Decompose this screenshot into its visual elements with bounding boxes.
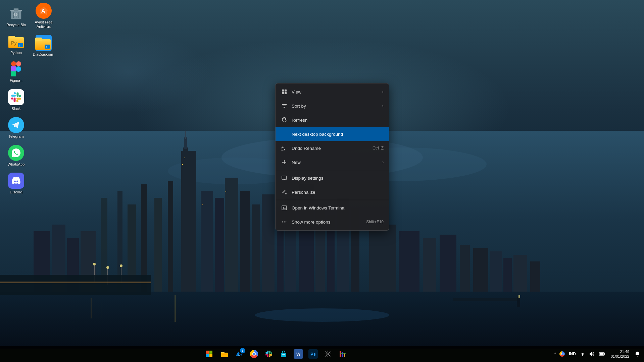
recycle-bin-label: Recycle Bin: [6, 23, 26, 27]
desktop-icon-telegram[interactable]: Telegram: [3, 114, 30, 141]
desktop-icon-dianisa-wrapper: ↑ Dianisa.com: [30, 32, 56, 60]
svg-rect-89: [35, 38, 42, 41]
svg-rect-118: [599, 353, 603, 355]
personalize-label: Personalize: [292, 190, 384, 195]
taskbar-settings[interactable]: [321, 347, 335, 361]
show-more-label: Show more options: [292, 220, 359, 225]
desktop-icon-slack[interactable]: Slack: [3, 86, 30, 114]
taskbar-store[interactable]: [277, 347, 290, 361]
word-icon: W: [294, 349, 303, 359]
sort-by-label: Sort by: [292, 104, 380, 109]
context-menu-item-sort-by[interactable]: Sort by ›: [276, 99, 389, 113]
svg-rect-59: [91, 298, 92, 318]
desktop-icon-avast[interactable]: A Avast Free Antivirus: [30, 0, 57, 32]
svg-point-104: [284, 222, 285, 223]
language-indicator[interactable]: IND: [567, 352, 577, 356]
show-more-icon: [281, 219, 288, 225]
refresh-label: Refresh: [292, 118, 384, 123]
whatsapp-label: WhatsApp: [8, 162, 25, 167]
desktop-icon-dianisa[interactable]: ↑ Dianisa.com: [30, 32, 56, 59]
svg-point-103: [282, 222, 283, 223]
taskbar-system-tray: ^ IND: [551, 349, 644, 359]
view-arrow: ›: [382, 89, 384, 94]
svg-text:♻: ♻: [13, 12, 18, 17]
svg-rect-101: [282, 206, 287, 210]
desktop-icon-python[interactable]: Py ↑ Python: [3, 31, 30, 58]
svg-rect-109: [281, 353, 286, 357]
battery-icon[interactable]: [597, 350, 607, 358]
taskbar-word[interactable]: W: [292, 347, 305, 361]
taskbar-file-explorer[interactable]: [218, 347, 231, 361]
svg-rect-14: [185, 131, 186, 139]
svg-point-52: [120, 264, 122, 267]
svg-rect-20: [262, 194, 275, 292]
undo-rename-label: Undo Rename: [292, 146, 366, 151]
svg-point-79: [16, 66, 21, 72]
whatsapp-icon: [8, 145, 24, 161]
svg-rect-17: [225, 178, 238, 292]
svg-rect-42: [182, 164, 183, 165]
undo-rename-shortcut: Ctrl+Z: [373, 146, 384, 150]
context-menu-item-undo-rename[interactable]: Undo Rename Ctrl+Z: [276, 141, 389, 155]
svg-rect-64: [14, 8, 18, 10]
svg-rect-78: [11, 71, 16, 76]
context-menu-item-new[interactable]: New ›: [276, 155, 389, 169]
new-icon: [281, 159, 288, 166]
desktop-icon-whatsapp[interactable]: WhatsApp: [3, 142, 30, 169]
recycle-bin-icon: ♻: [8, 5, 24, 21]
svg-point-105: [286, 222, 287, 223]
svg-rect-10: [168, 181, 173, 292]
telegram-label: Telegram: [8, 134, 23, 139]
svg-rect-28: [369, 225, 396, 292]
azure-badge: 3: [240, 348, 245, 353]
svg-rect-75: [11, 61, 16, 66]
svg-rect-95: [285, 92, 287, 94]
show-more-shortcut: Shift+F10: [366, 220, 384, 224]
volume-icon[interactable]: [588, 350, 596, 358]
svg-rect-60: [101, 302, 101, 318]
wifi-icon[interactable]: [579, 350, 587, 358]
svg-rect-18: [240, 191, 250, 292]
taskbar-slack[interactable]: [262, 347, 276, 361]
svg-text:Py: Py: [11, 40, 17, 46]
svg-text:↑: ↑: [46, 45, 47, 49]
taskbar-datetime[interactable]: 21:49 01/01/2022: [608, 349, 632, 359]
context-menu-item-view[interactable]: View ›: [276, 85, 389, 99]
context-menu-item-personalize[interactable]: Personalize: [276, 185, 389, 199]
chrome-tray-icon[interactable]: [558, 350, 566, 358]
python-label: Python: [10, 51, 22, 55]
undo-icon: [281, 145, 288, 152]
svg-rect-108: [221, 353, 228, 357]
desktop-icon-figma[interactable]: Figma -: [3, 58, 30, 85]
avast-icon: A: [36, 3, 52, 19]
svg-rect-54: [0, 282, 151, 283]
svg-text:A: A: [41, 8, 45, 14]
svg-rect-15: [201, 191, 213, 292]
context-menu-item-next-background[interactable]: Next desktop background: [276, 127, 389, 141]
desktop-icon-discord[interactable]: Discord: [3, 170, 30, 197]
taskbar-chrome[interactable]: [247, 347, 261, 361]
svg-rect-110: [282, 354, 285, 355]
svg-rect-37: [530, 261, 540, 292]
desktop-icon-recycle-bin[interactable]: ♻ Recycle Bin: [3, 3, 30, 30]
svg-rect-77: [11, 66, 16, 71]
taskbar-azure[interactable]: 3: [233, 347, 246, 361]
taskbar-tableau[interactable]: [336, 347, 349, 361]
system-tray-expand[interactable]: ^: [554, 351, 557, 357]
svg-text:↑: ↑: [19, 44, 20, 47]
notification-icon[interactable]: [633, 350, 641, 358]
svg-rect-35: [503, 258, 512, 292]
new-arrow: ›: [382, 160, 384, 165]
svg-rect-55: [453, 298, 520, 301]
context-menu-item-show-more[interactable]: Show more options Shift+F10: [276, 215, 389, 229]
context-menu-item-open-terminal[interactable]: Open in Windows Terminal: [276, 201, 389, 215]
discord-icon: [8, 173, 24, 189]
context-menu-item-display-settings[interactable]: Display settings: [276, 171, 389, 185]
windows-logo: [206, 351, 212, 357]
telegram-icon: [8, 117, 24, 133]
start-button[interactable]: [202, 347, 216, 361]
taskbar-photoshop[interactable]: Ps: [306, 347, 320, 361]
context-menu-item-refresh[interactable]: Refresh: [276, 113, 389, 127]
slack-label: Slack: [12, 107, 21, 111]
slack-icon: [8, 89, 24, 105]
